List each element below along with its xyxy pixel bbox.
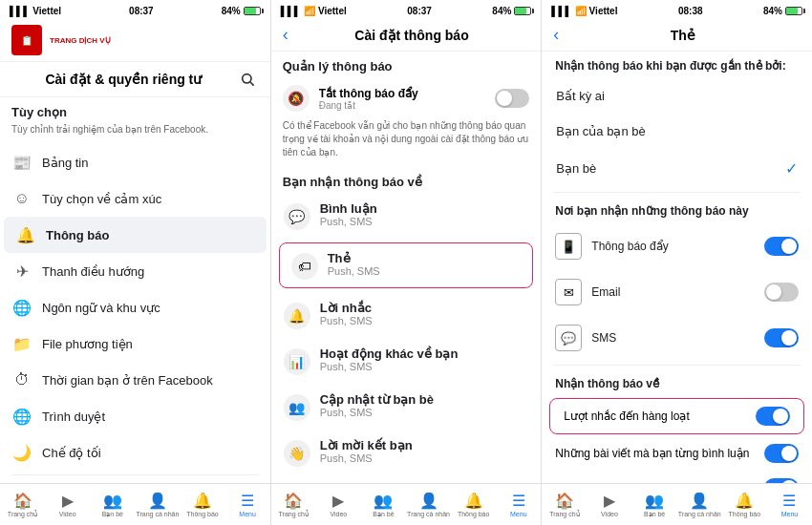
nav-friends-1[interactable]: 👥 Bạn bè: [90, 484, 135, 525]
nav-video-3[interactable]: ▶ Video: [587, 484, 631, 525]
sms-label: SMS: [591, 331, 755, 345]
menu-item-trinhduyet[interactable]: 🌐 Trình duyệt: [0, 398, 270, 434]
groups-toggle[interactable]: [764, 478, 799, 483]
friend-icon: 👋: [284, 440, 310, 467]
signal-icon-2: ▌▌▌: [281, 6, 301, 16]
nav-home-1[interactable]: 🏠 Trang chủ: [0, 484, 45, 525]
friends-icon-3: 👥: [645, 492, 664, 510]
notif-item-activity[interactable]: 📊 Hoạt động khác về bạn Push, SMS: [271, 338, 542, 384]
phone1: ▌▌▌ Viettel 08:37 84% 📋 TRANG DỊCH VỤ Cà…: [0, 0, 271, 525]
push-toggle[interactable]: [764, 237, 799, 256]
nav-profile-1[interactable]: 👤 Trang cá nhân: [135, 484, 180, 525]
nav-notif-3[interactable]: 🔔 Thông báo: [722, 484, 767, 525]
nav-video-label-2: Video: [330, 511, 347, 517]
menu-item-camxuc[interactable]: ☺ Tùy chọn về cảm xúc: [0, 180, 270, 217]
nav-menu-label-2: Menu: [510, 511, 527, 517]
battery-pct-1: 84%: [222, 6, 241, 16]
nav-notif-1[interactable]: 🔔 Thông báo: [180, 484, 224, 525]
manage-toggle-row[interactable]: 🔕 Tắt thông báo đẩy Đang tắt: [271, 77, 542, 119]
thoigian-icon: ⏱: [11, 369, 32, 390]
divider-1: [11, 474, 259, 475]
search-button-1[interactable]: [236, 68, 259, 91]
nav-friends-2[interactable]: 👥 Bạn bè: [361, 484, 406, 525]
section2-title: Nơi bạn nhận những thông báo này: [542, 197, 812, 223]
update-sub: Push, SMS: [320, 407, 529, 418]
reminder-icon: 🔔: [284, 303, 310, 329]
nav-video-2[interactable]: ▶ Video: [316, 484, 361, 525]
wifi-icon-3: 📶: [575, 6, 587, 16]
nav-home-3[interactable]: 🏠 Trang chủ: [542, 484, 587, 525]
menu-nav-icon-1: ☰: [241, 492, 254, 510]
tag-option-friends[interactable]: Bạn bè ✓: [542, 149, 812, 188]
email-toggle[interactable]: [764, 283, 799, 302]
update-icon: 👥: [284, 394, 310, 421]
nav-home-2[interactable]: 🏠 Trang chủ: [271, 484, 316, 525]
sms-row[interactable]: 💬 SMS: [542, 315, 812, 361]
tag-option-anyone[interactable]: Bất kỳ ai: [542, 78, 812, 114]
page-title-2: Cài đặt thông báo: [294, 28, 530, 43]
menu-nav-icon-2: ☰: [512, 492, 525, 510]
chedom-label: Chế độ tối: [42, 446, 101, 460]
bottom-nav-2: 🏠 Trang chủ ▶ Video 👥 Bạn bè 👤 Trang cá …: [271, 483, 542, 525]
menu-item-thanhdieuhung[interactable]: ✈ Thanh điều hướng: [0, 253, 270, 289]
notif-nav-icon-2: 🔔: [464, 492, 483, 510]
menu-item-bangtin[interactable]: 📰 Bảng tin: [0, 144, 270, 180]
nav-profile-2[interactable]: 👤 Trang cá nhân: [406, 484, 451, 525]
nav-menu-1[interactable]: ☰ Menu: [225, 484, 270, 525]
section-about: Bạn nhận thông báo về: [271, 167, 542, 193]
about-item-groups[interactable]: Nhóm đã tham gia: [542, 471, 812, 483]
menu-item-thongbao[interactable]: 🔔 Thông báo: [4, 217, 267, 253]
notif-item-more[interactable]: 📋 Người mới...: [271, 475, 542, 483]
posts-toggle[interactable]: [764, 444, 799, 463]
back-button-3[interactable]: ‹: [553, 25, 559, 45]
status-right-2: 84%: [492, 6, 531, 16]
email-row[interactable]: ✉ Email: [542, 269, 812, 315]
activity-title: Hoạt động khác về bạn: [320, 346, 529, 361]
about-item-bulk[interactable]: Lượt nhắc đến hàng loạt: [549, 398, 804, 434]
menu-item-file[interactable]: 📁 File phương tiện: [0, 326, 270, 362]
bulk-label: Lượt nhắc đến hàng loạt: [564, 410, 756, 423]
about-item-posts[interactable]: Những bài viết mà bạn từng bình luận: [542, 436, 812, 471]
reminder-sub: Push, SMS: [320, 315, 529, 326]
video-icon-1: ▶: [62, 492, 74, 510]
app-logo: 📋: [11, 25, 42, 55]
notif-item-the[interactable]: 🏷 Thẻ Push, SMS: [279, 242, 534, 288]
menu-item-chedom[interactable]: 🌙 Chế độ tối: [0, 434, 270, 471]
nav-notif-label-3: Thông báo: [729, 511, 760, 517]
nav-video-1[interactable]: ▶ Video: [45, 484, 90, 525]
comment-icon: 💬: [284, 203, 310, 230]
manage-toggle[interactable]: [495, 89, 529, 108]
update-body: Cập nhật từ bạn bè Push, SMS: [320, 392, 529, 418]
home-icon-3: 🏠: [555, 492, 574, 510]
notif-item-comment[interactable]: 💬 Bình luận Push, SMS: [271, 193, 542, 239]
nav-friends-label-3: Bạn bè: [644, 511, 665, 518]
signal-icon-3: ▌▌▌: [551, 6, 571, 16]
sms-toggle[interactable]: [764, 328, 799, 347]
push-notif-row[interactable]: 📱 Thông báo đẩy: [542, 223, 812, 269]
nav-notif-2[interactable]: 🔔 Thông báo: [451, 484, 496, 525]
status-left-2: ▌▌▌ 📶 Viettel: [281, 6, 347, 16]
menu-item-ngonngu[interactable]: 🌐 Ngôn ngữ và khu vực: [0, 289, 270, 326]
trinhduyet-label: Trình duyệt: [42, 410, 105, 424]
nav-menu-3[interactable]: ☰ Menu: [767, 484, 812, 525]
email-label: Email: [591, 285, 755, 299]
menu-item-thoigian[interactable]: ⏱ Thời gian bạn ở trên Facebook: [0, 362, 270, 398]
trinhduyet-icon: 🌐: [11, 406, 32, 427]
notif-item-reminder[interactable]: 🔔 Lời nhắc Push, SMS: [271, 292, 542, 338]
tag-option-friends-of-friends[interactable]: Bạn của bạn bè: [542, 114, 812, 149]
manage-item-title: Tắt thông báo đẩy: [319, 87, 486, 100]
friend-sub: Push, SMS: [320, 452, 529, 464]
nav-profile-3[interactable]: 👤 Trang cá nhân: [677, 484, 722, 525]
thanhdieuhung-icon: ✈: [11, 261, 32, 282]
divider-3b: [553, 365, 801, 366]
notif-item-friend[interactable]: 👋 Lời mời kết bạn Push, SMS: [271, 430, 542, 475]
bulk-toggle[interactable]: [756, 407, 790, 426]
notif-item-update[interactable]: 👥 Cập nhật từ bạn bè Push, SMS: [271, 384, 542, 430]
back-button-2[interactable]: ‹: [283, 25, 288, 45]
nav-friends-3[interactable]: 👥 Bạn bè: [632, 484, 677, 525]
nav-video-label-3: Video: [601, 511, 618, 517]
battery-pct-2: 84%: [492, 6, 511, 16]
nav-profile-label-1: Trang cá nhân: [136, 511, 179, 517]
nav-menu-2[interactable]: ☰ Menu: [496, 484, 541, 525]
time-2: 08:37: [407, 6, 432, 16]
